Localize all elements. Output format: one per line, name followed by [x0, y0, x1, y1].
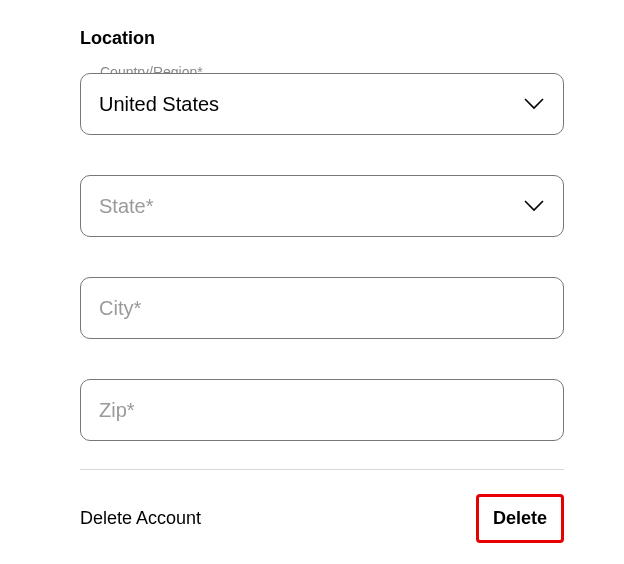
state-field-wrapper: State*: [80, 175, 564, 237]
delete-account-row: Delete Account Delete: [80, 494, 564, 543]
delete-button-highlight: Delete: [476, 494, 564, 543]
zip-placeholder: Zip*: [99, 399, 545, 422]
state-placeholder: State*: [99, 195, 523, 218]
state-select[interactable]: State*: [80, 175, 564, 237]
divider: [80, 469, 564, 470]
city-placeholder: City*: [99, 297, 545, 320]
delete-button[interactable]: Delete: [483, 500, 557, 537]
chevron-down-icon: [523, 195, 545, 217]
zip-field-wrapper: Zip*: [80, 379, 564, 441]
chevron-down-icon: [523, 93, 545, 115]
section-title: Location: [80, 28, 564, 49]
city-input[interactable]: City*: [80, 277, 564, 339]
zip-input[interactable]: Zip*: [80, 379, 564, 441]
city-field-wrapper: City*: [80, 277, 564, 339]
country-field-wrapper: Country/Region* United States: [80, 73, 564, 135]
country-value: United States: [99, 93, 523, 116]
location-section: Location Country/Region* United States S…: [80, 28, 564, 543]
country-select[interactable]: United States: [80, 73, 564, 135]
delete-account-label: Delete Account: [80, 508, 201, 529]
